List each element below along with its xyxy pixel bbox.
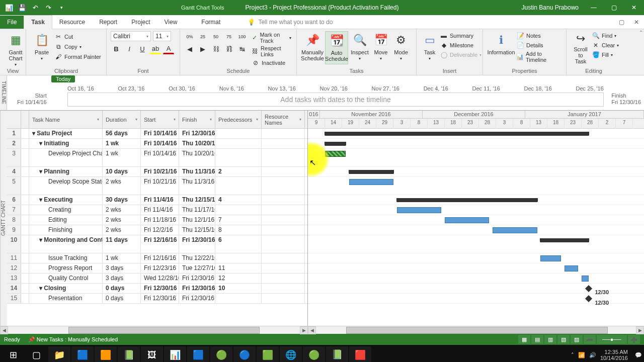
- view-team[interactable]: ▥: [544, 335, 556, 344]
- indent-button[interactable]: ▶: [197, 43, 208, 54]
- table-row[interactable]: 9Finishing2 wksFri 12/2/16Thu 12/15/168: [7, 225, 307, 235]
- cell[interactable]: [21, 167, 29, 176]
- task-name-header[interactable]: Task Name▾: [29, 111, 103, 128]
- resource-header[interactable]: Resource Names▾: [262, 111, 305, 128]
- cell[interactable]: ▾ Executing: [29, 195, 103, 205]
- italic-button[interactable]: I: [124, 43, 135, 54]
- table-row[interactable]: 5Develop Scope Statement2 wksFri 10/21/1…: [7, 177, 307, 195]
- redo-icon[interactable]: ↷: [43, 3, 53, 13]
- inactivate-button[interactable]: ⊘Inactivate: [251, 58, 292, 67]
- cell[interactable]: 6: [7, 195, 21, 205]
- cell[interactable]: Editing: [29, 215, 103, 225]
- task-bar[interactable]: [540, 255, 561, 261]
- cell[interactable]: 2 wks: [103, 205, 141, 215]
- cell[interactable]: 1: [7, 129, 21, 138]
- cell[interactable]: Fri 12/30/16: [141, 284, 179, 293]
- inspect-button[interactable]: 🔍 Inspect▾: [349, 31, 370, 64]
- cell[interactable]: 5: [7, 177, 21, 195]
- cell[interactable]: Fri 12/16/16: [141, 235, 179, 253]
- cell[interactable]: 10: [7, 235, 21, 253]
- summary-bar[interactable]: [325, 142, 346, 146]
- app-icon[interactable]: 🖼: [141, 346, 163, 362]
- cell[interactable]: 0 days: [103, 284, 141, 293]
- explorer-button[interactable]: 📁: [48, 346, 70, 362]
- cell[interactable]: Fri 10/14/16: [141, 139, 179, 148]
- cell[interactable]: Progress Report: [29, 263, 103, 273]
- app-icon[interactable]: 🔵: [233, 346, 256, 362]
- cell[interactable]: Fri 10/21/16: [141, 167, 179, 176]
- table-row[interactable]: 3Develop Project Charter1 wkFri 10/14/16…: [7, 149, 307, 167]
- summary-button[interactable]: ▬Summary: [439, 31, 482, 40]
- table-row[interactable]: 6▾ Executing30 daysFri 11/4/16Thu 12/15/…: [7, 195, 307, 205]
- table-row[interactable]: 7Creating2 wksFri 11/4/16Thu 11/17/16: [7, 205, 307, 215]
- tab-resource[interactable]: Resource: [52, 16, 92, 29]
- font-size-select[interactable]: 11▾: [153, 31, 171, 41]
- cell[interactable]: Develop Project Charter: [29, 149, 103, 166]
- cell[interactable]: Tue 12/27/16: [179, 263, 215, 273]
- cell[interactable]: 7: [215, 215, 262, 225]
- cell[interactable]: Fri 10/14/16: [141, 149, 179, 166]
- task-bar[interactable]: [565, 265, 578, 272]
- pct50-button[interactable]: 50: [210, 31, 221, 42]
- cell[interactable]: [262, 139, 305, 148]
- view-resource[interactable]: ▧: [557, 335, 570, 344]
- cell[interactable]: Thu 12/22/16: [179, 253, 215, 263]
- cell[interactable]: 14: [7, 284, 21, 293]
- cell[interactable]: 10 days: [103, 167, 141, 176]
- cell[interactable]: [21, 225, 29, 235]
- cell[interactable]: Fri 12/30/16: [179, 284, 215, 293]
- cell[interactable]: [262, 284, 305, 293]
- cell[interactable]: ▾ Satu Project: [29, 129, 103, 138]
- predecessors-header[interactable]: Predecessors▾: [215, 111, 262, 128]
- cell[interactable]: 2: [215, 167, 262, 176]
- font-color-button[interactable]: A: [163, 43, 174, 54]
- cell[interactable]: ▾ Initiating: [29, 139, 103, 148]
- grid-scroll-thumb[interactable]: [68, 327, 260, 334]
- milestone-bar[interactable]: [585, 295, 592, 302]
- unlink-button[interactable]: ⛓̸: [223, 43, 234, 54]
- cell[interactable]: Fri 10/14/16: [141, 129, 179, 138]
- app-icon[interactable]: 📊: [164, 346, 186, 362]
- cell[interactable]: 11: [7, 253, 21, 263]
- task-bar[interactable]: [445, 217, 489, 223]
- tray-volume-icon[interactable]: 🔊: [589, 352, 596, 358]
- pct75-button[interactable]: 75: [223, 31, 234, 42]
- cell[interactable]: 12: [7, 263, 21, 273]
- cell[interactable]: 13: [7, 274, 21, 283]
- cell[interactable]: 56 days: [103, 129, 141, 138]
- cell[interactable]: Presentation: [29, 294, 103, 303]
- cell[interactable]: 3: [7, 149, 21, 166]
- task-bar[interactable]: [349, 179, 393, 185]
- cell[interactable]: 1 wk: [103, 139, 141, 148]
- find-button[interactable]: 🔍Find▾: [591, 31, 620, 40]
- cell[interactable]: [21, 294, 29, 303]
- cell[interactable]: 4: [215, 195, 262, 205]
- outdent-button[interactable]: ◀: [184, 43, 195, 54]
- tab-format[interactable]: Format: [194, 16, 227, 29]
- app-icon[interactable]: 🟦: [187, 346, 209, 362]
- bold-button[interactable]: B: [111, 43, 122, 54]
- cell[interactable]: ▾ Closing: [29, 284, 103, 293]
- auto-schedule-button[interactable]: 📆 Auto Schedule: [325, 31, 348, 64]
- gantt-scroll-left[interactable]: ◀: [308, 326, 316, 334]
- cell[interactable]: Quality Control: [29, 274, 103, 283]
- scroll-to-task-button[interactable]: ↪ Scroll to Task: [571, 31, 591, 64]
- table-row[interactable]: 13Quality Control3 daysWed 12/28/16Fri 1…: [7, 274, 307, 284]
- cell[interactable]: Thu 12/15/16: [179, 195, 215, 205]
- tab-view[interactable]: View: [157, 16, 185, 29]
- cell[interactable]: [21, 139, 29, 148]
- cell[interactable]: Thu 10/20/16: [179, 139, 215, 148]
- cell[interactable]: [262, 149, 305, 166]
- cell[interactable]: [21, 284, 29, 293]
- task-bar[interactable]: [397, 207, 441, 213]
- app-icon[interactable]: 🟢: [303, 346, 325, 362]
- copy-button[interactable]: ⧉Copy▾: [53, 42, 102, 51]
- cell[interactable]: [262, 225, 305, 235]
- view-usage[interactable]: ▤: [531, 335, 543, 344]
- task-bar[interactable]: [493, 227, 537, 233]
- cell[interactable]: 2: [7, 139, 21, 148]
- cell[interactable]: [21, 274, 29, 283]
- cell[interactable]: 7: [7, 205, 21, 215]
- cell[interactable]: [215, 177, 262, 195]
- cell[interactable]: 11: [215, 263, 262, 273]
